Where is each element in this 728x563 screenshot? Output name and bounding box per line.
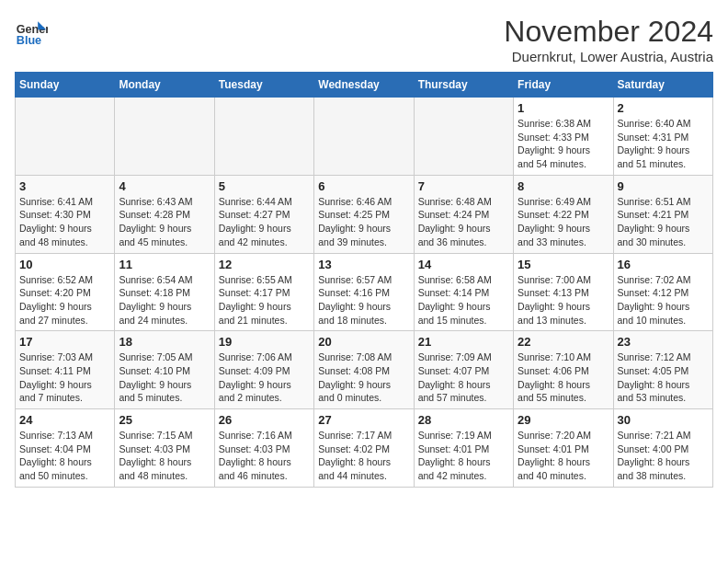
calendar-cell: 30Sunrise: 7:21 AM Sunset: 4:00 PM Dayli… — [613, 409, 712, 488]
day-number: 24 — [19, 413, 110, 427]
day-number: 17 — [19, 335, 110, 349]
calendar-cell: 4Sunrise: 6:43 AM Sunset: 4:28 PM Daylig… — [115, 175, 214, 253]
day-number: 29 — [518, 413, 609, 427]
calendar-cell: 19Sunrise: 7:06 AM Sunset: 4:09 PM Dayli… — [214, 331, 313, 409]
calendar-cell: 1Sunrise: 6:38 AM Sunset: 4:33 PM Daylig… — [514, 98, 613, 176]
page-header: General Blue November 2024 Duernkrut, Lo… — [15, 15, 713, 64]
location-subtitle: Duernkrut, Lower Austria, Austria — [504, 49, 713, 64]
day-number: 18 — [119, 335, 210, 349]
day-info: Sunrise: 6:49 AM Sunset: 4:22 PM Dayligh… — [518, 195, 609, 249]
day-info: Sunrise: 6:51 AM Sunset: 4:21 PM Dayligh… — [618, 195, 709, 249]
calendar-cell: 29Sunrise: 7:20 AM Sunset: 4:01 PM Dayli… — [514, 409, 613, 488]
day-info: Sunrise: 7:09 AM Sunset: 4:07 PM Dayligh… — [418, 350, 509, 405]
day-number: 30 — [618, 413, 709, 427]
calendar-week-0: 1Sunrise: 6:38 AM Sunset: 4:33 PM Daylig… — [16, 98, 713, 176]
day-number: 16 — [618, 258, 709, 271]
calendar-cell: 17Sunrise: 7:03 AM Sunset: 4:11 PM Dayli… — [16, 331, 115, 409]
calendar-cell: 3Sunrise: 6:41 AM Sunset: 4:30 PM Daylig… — [16, 175, 115, 253]
day-number: 12 — [219, 258, 310, 271]
day-number: 9 — [618, 179, 709, 193]
day-number: 10 — [19, 258, 110, 271]
day-info: Sunrise: 7:19 AM Sunset: 4:01 PM Dayligh… — [418, 429, 509, 483]
day-info: Sunrise: 7:05 AM Sunset: 4:10 PM Dayligh… — [119, 350, 210, 405]
weekday-tuesday: Tuesday — [214, 73, 313, 98]
day-number: 7 — [418, 179, 509, 193]
calendar-cell — [16, 98, 115, 176]
day-info: Sunrise: 6:43 AM Sunset: 4:28 PM Dayligh… — [119, 195, 210, 249]
svg-text:Blue: Blue — [17, 34, 41, 47]
day-info: Sunrise: 7:16 AM Sunset: 4:03 PM Dayligh… — [219, 429, 310, 483]
calendar-cell: 11Sunrise: 6:54 AM Sunset: 4:18 PM Dayli… — [115, 253, 214, 331]
day-info: Sunrise: 7:15 AM Sunset: 4:03 PM Dayligh… — [119, 429, 210, 483]
calendar-week-2: 10Sunrise: 6:52 AM Sunset: 4:20 PM Dayli… — [16, 253, 713, 331]
weekday-saturday: Saturday — [613, 73, 712, 98]
weekday-wednesday: Wednesday — [314, 73, 414, 98]
day-info: Sunrise: 7:00 AM Sunset: 4:13 PM Dayligh… — [518, 273, 609, 327]
day-info: Sunrise: 7:17 AM Sunset: 4:02 PM Dayligh… — [318, 429, 409, 483]
day-number: 3 — [19, 179, 110, 193]
calendar-cell: 8Sunrise: 6:49 AM Sunset: 4:22 PM Daylig… — [514, 175, 613, 253]
day-info: Sunrise: 7:03 AM Sunset: 4:11 PM Dayligh… — [19, 350, 110, 405]
calendar-cell: 21Sunrise: 7:09 AM Sunset: 4:07 PM Dayli… — [414, 331, 513, 409]
day-info: Sunrise: 6:40 AM Sunset: 4:31 PM Dayligh… — [618, 117, 709, 171]
day-number: 27 — [318, 413, 409, 427]
calendar-cell — [115, 98, 214, 176]
day-number: 5 — [219, 179, 310, 193]
calendar-cell: 9Sunrise: 6:51 AM Sunset: 4:21 PM Daylig… — [613, 175, 712, 253]
calendar-cell: 2Sunrise: 6:40 AM Sunset: 4:31 PM Daylig… — [613, 98, 712, 176]
day-number: 1 — [518, 101, 609, 115]
day-number: 4 — [119, 179, 210, 193]
day-info: Sunrise: 6:44 AM Sunset: 4:27 PM Dayligh… — [219, 195, 310, 249]
title-block: November 2024 Duernkrut, Lower Austria, … — [504, 15, 713, 64]
weekday-friday: Friday — [514, 73, 613, 98]
calendar-cell: 10Sunrise: 6:52 AM Sunset: 4:20 PM Dayli… — [16, 253, 115, 331]
day-info: Sunrise: 6:52 AM Sunset: 4:20 PM Dayligh… — [19, 273, 110, 327]
day-info: Sunrise: 6:41 AM Sunset: 4:30 PM Dayligh… — [19, 195, 110, 249]
calendar-cell: 5Sunrise: 6:44 AM Sunset: 4:27 PM Daylig… — [214, 175, 313, 253]
calendar-cell: 12Sunrise: 6:55 AM Sunset: 4:17 PM Dayli… — [214, 253, 313, 331]
calendar-cell: 16Sunrise: 7:02 AM Sunset: 4:12 PM Dayli… — [613, 253, 712, 331]
day-number: 21 — [418, 335, 509, 349]
calendar-week-3: 17Sunrise: 7:03 AM Sunset: 4:11 PM Dayli… — [16, 331, 713, 409]
calendar-cell: 26Sunrise: 7:16 AM Sunset: 4:03 PM Dayli… — [214, 409, 313, 488]
calendar-cell: 7Sunrise: 6:48 AM Sunset: 4:24 PM Daylig… — [414, 175, 513, 253]
calendar-cell: 14Sunrise: 6:58 AM Sunset: 4:14 PM Dayli… — [414, 253, 513, 331]
day-number: 26 — [219, 413, 310, 427]
weekday-header-row: SundayMondayTuesdayWednesdayThursdayFrid… — [16, 73, 713, 98]
day-number: 8 — [518, 179, 609, 193]
day-info: Sunrise: 7:06 AM Sunset: 4:09 PM Dayligh… — [219, 350, 310, 405]
calendar-cell: 15Sunrise: 7:00 AM Sunset: 4:13 PM Dayli… — [514, 253, 613, 331]
calendar-cell: 27Sunrise: 7:17 AM Sunset: 4:02 PM Dayli… — [314, 409, 414, 488]
day-number: 14 — [418, 258, 509, 271]
calendar-cell: 24Sunrise: 7:13 AM Sunset: 4:04 PM Dayli… — [16, 409, 115, 488]
day-info: Sunrise: 7:20 AM Sunset: 4:01 PM Dayligh… — [518, 429, 609, 483]
calendar-cell: 20Sunrise: 7:08 AM Sunset: 4:08 PM Dayli… — [314, 331, 414, 409]
day-info: Sunrise: 6:55 AM Sunset: 4:17 PM Dayligh… — [219, 273, 310, 327]
calendar-cell: 6Sunrise: 6:46 AM Sunset: 4:25 PM Daylig… — [314, 175, 414, 253]
day-info: Sunrise: 7:10 AM Sunset: 4:06 PM Dayligh… — [518, 350, 609, 405]
day-info: Sunrise: 6:48 AM Sunset: 4:24 PM Dayligh… — [418, 195, 509, 249]
calendar-table: SundayMondayTuesdayWednesdayThursdayFrid… — [15, 72, 713, 488]
logo-icon: General Blue — [15, 15, 48, 48]
day-info: Sunrise: 7:12 AM Sunset: 4:05 PM Dayligh… — [618, 350, 709, 405]
calendar-cell — [214, 98, 313, 176]
day-info: Sunrise: 6:58 AM Sunset: 4:14 PM Dayligh… — [418, 273, 509, 327]
calendar-week-4: 24Sunrise: 7:13 AM Sunset: 4:04 PM Dayli… — [16, 409, 713, 488]
day-number: 13 — [318, 258, 409, 271]
day-info: Sunrise: 6:46 AM Sunset: 4:25 PM Dayligh… — [318, 195, 409, 249]
calendar-week-1: 3Sunrise: 6:41 AM Sunset: 4:30 PM Daylig… — [16, 175, 713, 253]
day-info: Sunrise: 7:13 AM Sunset: 4:04 PM Dayligh… — [19, 429, 110, 483]
day-info: Sunrise: 6:38 AM Sunset: 4:33 PM Dayligh… — [518, 117, 609, 171]
day-number: 22 — [518, 335, 609, 349]
day-number: 11 — [119, 258, 210, 271]
month-year-title: November 2024 — [504, 15, 713, 49]
day-number: 2 — [618, 101, 709, 115]
day-number: 25 — [119, 413, 210, 427]
day-info: Sunrise: 6:57 AM Sunset: 4:16 PM Dayligh… — [318, 273, 409, 327]
calendar-cell: 28Sunrise: 7:19 AM Sunset: 4:01 PM Dayli… — [414, 409, 513, 488]
calendar-cell — [314, 98, 414, 176]
day-info: Sunrise: 7:21 AM Sunset: 4:00 PM Dayligh… — [618, 429, 709, 483]
logo: General Blue — [15, 15, 51, 48]
day-number: 20 — [318, 335, 409, 349]
calendar-body: 1Sunrise: 6:38 AM Sunset: 4:33 PM Daylig… — [16, 98, 713, 488]
